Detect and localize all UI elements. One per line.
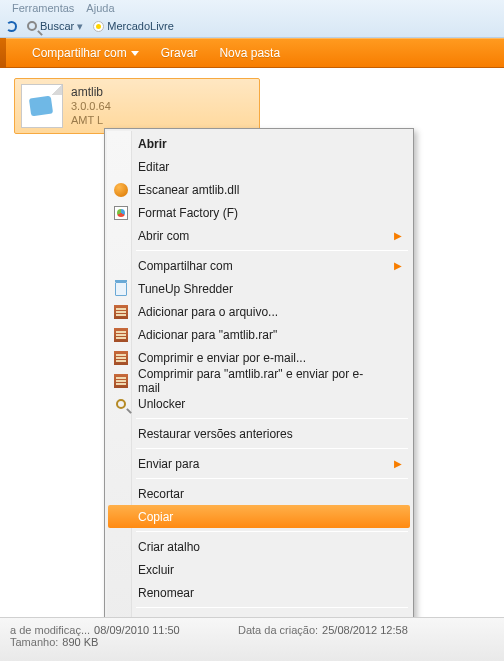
mod-date-label: a de modificaç... (10, 624, 90, 636)
share-with-button[interactable]: Compartilhar com (32, 46, 139, 60)
menu-item-editar[interactable]: Editar (108, 155, 410, 178)
file-version: 3.0.0.64 (71, 100, 111, 114)
mod-date-value: 08/09/2010 11:50 (94, 624, 180, 636)
menu-item-excluir[interactable]: Excluir (108, 558, 410, 581)
menu-item-add-arquivo[interactable]: Adicionar para o arquivo... (108, 300, 410, 323)
menu-item-enviar-para[interactable]: Enviar para▶ (108, 452, 410, 475)
mercadolivre-icon (93, 21, 104, 32)
submenu-arrow-icon: ▶ (394, 260, 402, 271)
new-folder-button[interactable]: Nova pasta (219, 46, 280, 60)
menu-item-recortar[interactable]: Recortar (108, 482, 410, 505)
search-label: Buscar (40, 20, 74, 32)
details-pane: a de modificaç... 08/09/2010 11:50 Taman… (0, 617, 504, 661)
burn-button[interactable]: Gravar (161, 46, 198, 60)
mercadolivre-label: MercadoLivre (107, 20, 174, 32)
menu-item-formatfactory[interactable]: Format Factory (F) (108, 201, 410, 224)
search-icon (27, 21, 37, 31)
separator (136, 418, 408, 419)
menu-item-abrir[interactable]: Abrir (108, 132, 410, 155)
chevron-down-icon (131, 51, 139, 56)
menu-item-criar-atalho[interactable]: Criar atalho (108, 535, 410, 558)
file-subtitle: AMT L (71, 114, 111, 128)
separator (136, 607, 408, 608)
menu-item-compress-amtlib-email[interactable]: Comprimir para "amtlib.rar" e enviar por… (108, 369, 410, 392)
separator (136, 478, 408, 479)
separator (136, 531, 408, 532)
share-with-label: Compartilhar com (32, 46, 127, 60)
menu-ajuda[interactable]: Ajuda (86, 2, 114, 16)
refresh-icon (6, 21, 17, 32)
formatfactory-icon (114, 206, 128, 220)
search-button[interactable]: Buscar ▾ (27, 20, 83, 33)
file-name: amtlib (71, 85, 111, 100)
submenu-arrow-icon: ▶ (394, 230, 402, 241)
explorer-command-bar: Compartilhar com Gravar Nova pasta (0, 38, 504, 68)
scan-icon (114, 183, 128, 197)
menu-item-compartilhar[interactable]: Compartilhar com▶ (108, 254, 410, 277)
submenu-arrow-icon: ▶ (394, 458, 402, 469)
context-menu: Abrir Editar Escanear amtlib.dll Format … (104, 128, 414, 638)
unlocker-icon (116, 399, 126, 409)
menu-item-restaurar[interactable]: Restaurar versões anteriores (108, 422, 410, 445)
menu-item-unlocker[interactable]: Unlocker (108, 392, 410, 415)
winrar-icon (114, 305, 128, 319)
separator (136, 250, 408, 251)
browser-toolbar: Ferramentas Ajuda Buscar ▾ MercadoLivre (0, 0, 504, 38)
menu-item-abrir-com[interactable]: Abrir com▶ (108, 224, 410, 247)
refresh-button[interactable] (6, 21, 17, 32)
menu-item-copiar[interactable]: Copiar (108, 505, 410, 528)
organize-handle[interactable] (0, 38, 6, 68)
menu-item-tuneup[interactable]: TuneUp Shredder (108, 277, 410, 300)
size-value: 890 KB (62, 636, 98, 648)
winrar-icon (114, 374, 128, 388)
mercadolivre-link[interactable]: MercadoLivre (93, 20, 174, 32)
menu-item-escanear[interactable]: Escanear amtlib.dll (108, 178, 410, 201)
separator (136, 448, 408, 449)
menu-item-add-amtlib[interactable]: Adicionar para "amtlib.rar" (108, 323, 410, 346)
winrar-icon (114, 351, 128, 365)
file-meta: amtlib 3.0.0.64 AMT L (71, 85, 111, 128)
menu-ferramentas[interactable]: Ferramentas (12, 2, 74, 16)
file-icon (21, 84, 63, 128)
create-date-value: 25/08/2012 12:58 (322, 624, 408, 636)
menu-item-renomear[interactable]: Renomear (108, 581, 410, 604)
size-label: Tamanho: (10, 636, 58, 648)
file-item-selected[interactable]: amtlib 3.0.0.64 AMT L (14, 78, 260, 134)
shredder-icon (115, 282, 127, 296)
create-date-label: Data da criação: (238, 624, 318, 636)
winrar-icon (114, 328, 128, 342)
